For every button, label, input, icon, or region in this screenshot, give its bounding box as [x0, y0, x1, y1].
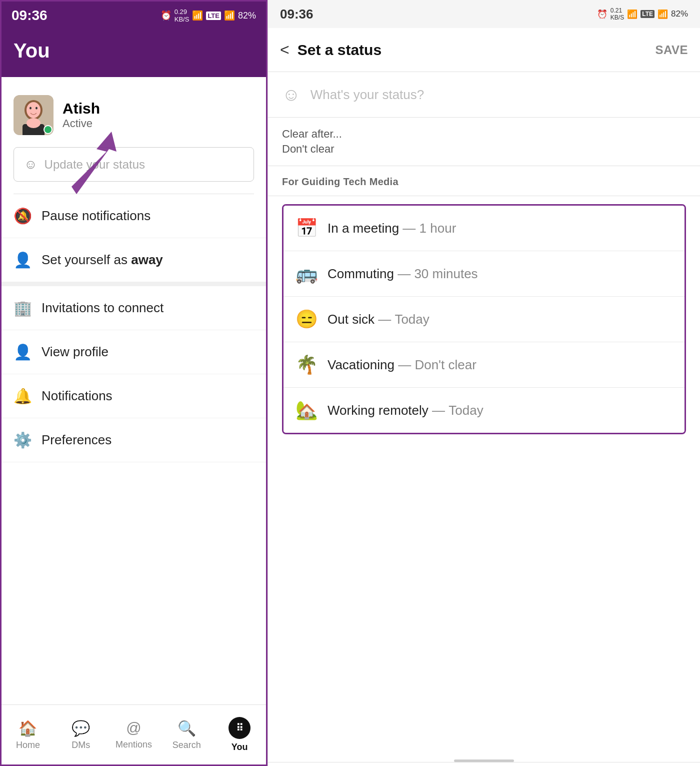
signal-icon-right: 📶	[658, 9, 668, 20]
wifi-icon: 📶	[192, 10, 203, 21]
invitations-icon: 🏢	[14, 299, 32, 317]
status-input-placeholder: Update your status	[44, 158, 145, 172]
status-text-input[interactable]: ☺ What's your status?	[268, 72, 700, 118]
battery-left: 82%	[238, 11, 256, 21]
status-option-vacationing[interactable]: 🌴 Vacationing — Don't clear	[284, 342, 684, 388]
dms-icon: 💬	[72, 719, 90, 737]
bottom-indicator-right	[268, 762, 700, 766]
lte-icon-right: LTE	[640, 10, 654, 18]
set-away-label: Set yourself as away	[42, 252, 163, 268]
status-icons-left: ⏰ 0.29KB/S 📶 LTE 📶 82%	[160, 8, 256, 23]
svg-point-4	[36, 107, 38, 110]
smiley-icon: ☺	[24, 157, 38, 172]
away-icon: 👤	[14, 251, 32, 269]
search-icon: 🔍	[178, 719, 196, 737]
away-bold: away	[131, 252, 163, 267]
wifi-icon-right: 📶	[627, 9, 638, 20]
nav-item-mentions[interactable]: @ Mentions	[108, 714, 160, 755]
bottom-nav-left: 🏠 Home 💬 DMs @ Mentions 🔍 Search ⠿ You	[2, 704, 266, 764]
out-sick-text: Out sick — Today	[328, 312, 430, 327]
search-label: Search	[172, 740, 201, 750]
back-button[interactable]: <	[280, 41, 290, 59]
right-header: < Set a status SAVE	[268, 28, 700, 72]
svg-point-6	[26, 118, 40, 128]
you-label: You	[232, 742, 248, 752]
notifications-label: Notifications	[42, 388, 112, 404]
left-content: Atish Active ☺ Update your status 🔕 Paus…	[2, 77, 266, 704]
svg-point-3	[30, 107, 32, 110]
in-meeting-icon: 📅	[296, 218, 318, 239]
dms-label: DMs	[72, 740, 90, 750]
signal-icon: 📶	[224, 10, 235, 21]
status-text-placeholder: What's your status?	[310, 87, 424, 103]
menu-section-divider	[2, 282, 266, 286]
smiley-outline-icon: ☺	[282, 84, 300, 105]
battery-right: 82%	[671, 9, 688, 19]
profile-section: Atish Active	[2, 87, 266, 147]
time-left: 09:36	[12, 8, 48, 24]
invitations-label: Invitations to connect	[42, 300, 164, 316]
nav-item-search[interactable]: 🔍 Search	[160, 714, 213, 755]
status-option-working-remotely[interactable]: 🏡 Working remotely — Today	[284, 388, 684, 433]
nav-item-home[interactable]: 🏠 Home	[2, 714, 54, 755]
preferences-label: Preferences	[42, 432, 112, 448]
notifications-icon: 🔔	[14, 387, 32, 405]
save-button[interactable]: SAVE	[655, 43, 688, 57]
vacationing-text: Vacationing — Don't clear	[328, 357, 476, 373]
online-indicator	[44, 125, 52, 134]
time-right: 09:36	[280, 7, 314, 22]
svg-point-2	[26, 102, 40, 118]
status-bar-right: 09:36 ⏰ 0.21KB/S 📶 LTE 📶 82%	[268, 0, 700, 28]
status-input-box[interactable]: ☺ Update your status	[14, 147, 254, 182]
mentions-icon: @	[126, 719, 141, 736]
menu-item-view-profile[interactable]: 👤 View profile	[2, 330, 266, 374]
clear-after-label: Clear after...	[282, 128, 686, 141]
bell-off-icon: 🔕	[14, 207, 32, 225]
status-option-in-meeting[interactable]: 📅 In a meeting — 1 hour	[284, 206, 684, 251]
clear-after-section[interactable]: Clear after... Don't clear	[268, 118, 700, 166]
profile-info: Atish Active	[62, 100, 100, 130]
pause-notifications-label: Pause notifications	[42, 208, 150, 224]
status-option-commuting[interactable]: 🚌 Commuting — 30 minutes	[284, 251, 684, 297]
menu-item-pause-notifications[interactable]: 🔕 Pause notifications	[2, 194, 266, 238]
lte-icon: LTE	[206, 12, 221, 20]
alarm-icon-right: ⏰	[597, 9, 608, 20]
left-header-title: You	[14, 40, 254, 62]
working-remotely-text: Working remotely — Today	[328, 403, 484, 418]
right-panel: 09:36 ⏰ 0.21KB/S 📶 LTE 📶 82% < Set a sta…	[268, 0, 700, 766]
view-profile-label: View profile	[42, 344, 108, 360]
status-bar-left: 09:36 ⏰ 0.29KB/S 📶 LTE 📶 82%	[2, 2, 266, 30]
in-meeting-text: In a meeting — 1 hour	[328, 221, 456, 236]
commuting-icon: 🚌	[296, 263, 318, 284]
for-label: For Guiding Tech Media	[282, 176, 686, 188]
profile-name: Atish	[62, 100, 100, 117]
menu-item-set-away[interactable]: 👤 Set yourself as away	[2, 238, 266, 282]
you-avatar: ⠿	[228, 717, 250, 739]
nav-item-dms[interactable]: 💬 DMs	[54, 714, 108, 755]
menu-item-invitations[interactable]: 🏢 Invitations to connect	[2, 286, 266, 330]
status-options-box: 📅 In a meeting — 1 hour 🚌 Commuting — 30…	[282, 204, 686, 434]
menu-item-notifications[interactable]: 🔔 Notifications	[2, 374, 266, 418]
vacationing-icon: 🌴	[296, 354, 318, 375]
menu-item-preferences[interactable]: ⚙️ Preferences	[2, 418, 266, 462]
status-icons-right: ⏰ 0.21KB/S 📶 LTE 📶 82%	[597, 7, 688, 22]
nav-item-you[interactable]: ⠿ You	[213, 712, 266, 757]
out-sick-icon: 😑	[296, 309, 318, 330]
left-panel: 09:36 ⏰ 0.29KB/S 📶 LTE 📶 82% You	[0, 0, 268, 766]
right-header-title: Set a status	[298, 42, 648, 59]
profile-status: Active	[62, 117, 100, 130]
status-option-out-sick[interactable]: 😑 Out sick — Today	[284, 297, 684, 342]
preferences-icon: ⚙️	[14, 431, 32, 449]
for-section: For Guiding Tech Media	[268, 166, 700, 196]
left-header: You	[2, 30, 266, 77]
working-remotely-icon: 🏡	[296, 400, 318, 421]
right-spacer	[268, 442, 700, 762]
you-avatar-icon: ⠿	[236, 722, 244, 734]
home-indicator	[454, 759, 514, 762]
commuting-text: Commuting — 30 minutes	[328, 266, 478, 282]
alarm-icon: ⏰	[160, 10, 172, 21]
avatar-wrap	[14, 95, 54, 135]
home-icon: 🏠	[18, 719, 37, 737]
mentions-label: Mentions	[116, 739, 152, 750]
data-speed-right: 0.21KB/S	[610, 7, 624, 22]
